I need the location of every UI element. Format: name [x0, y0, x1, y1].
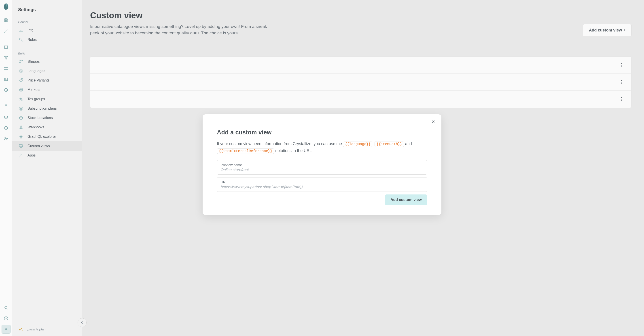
token-itemexternalreference: {{itemExternalReference}} [217, 149, 274, 154]
preview-name-input[interactable] [221, 168, 423, 172]
modal-desc-text: If your custom view need information fro… [217, 142, 343, 146]
url-input[interactable] [221, 185, 423, 189]
field-label: Preview name [221, 163, 423, 167]
modal-desc-after: notations in the URL [274, 149, 312, 153]
modal-and: and [404, 142, 412, 146]
modal-title: Add a custom view [217, 129, 427, 136]
token-itempath: {{itemPath}} [374, 142, 404, 147]
modal-submit-button[interactable]: Add custom view [385, 194, 427, 205]
url-field[interactable]: URL [217, 177, 427, 192]
modal-comma: , [372, 142, 374, 146]
preview-name-field[interactable]: Preview name [217, 160, 427, 174]
token-language: {{language}} [343, 142, 372, 147]
add-custom-view-modal: ✕ Add a custom view If your custom view … [202, 114, 442, 215]
modal-overlay: ✕ Add a custom view If your custom view … [0, 0, 644, 336]
modal-close-button[interactable]: ✕ [430, 118, 436, 125]
field-label: URL [221, 180, 423, 184]
modal-description: If your custom view need information fro… [217, 141, 427, 154]
